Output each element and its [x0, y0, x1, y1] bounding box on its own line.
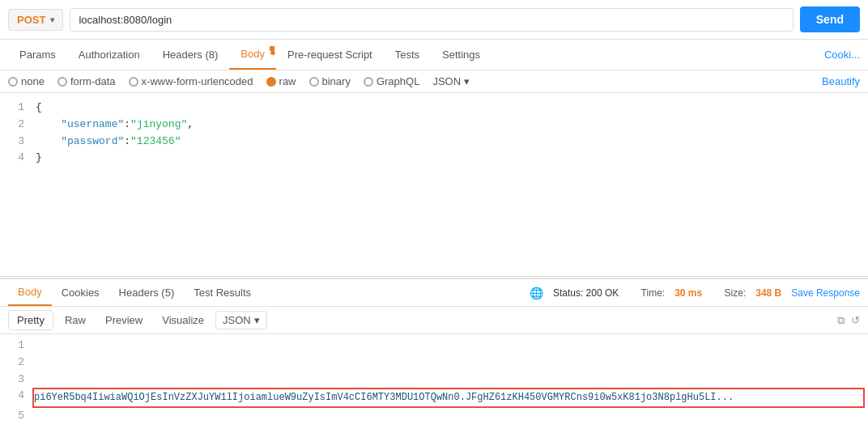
opt-form-data[interactable]: form-data [57, 75, 116, 87]
send-button[interactable]: Send [800, 6, 860, 32]
response-section: Body Cookies Headers (5) Test Results 🌐 … [0, 279, 868, 429]
opt-none[interactable]: none [8, 75, 45, 87]
tab-settings[interactable]: Settings [431, 40, 491, 69]
resp-line-4: 4 pi6YeR5bq4IiwiaWQiOjEsInVzZXJuYW1lIjoi… [0, 388, 868, 408]
opt-graphql[interactable]: GraphQL [364, 75, 419, 87]
pretty-tab-raw[interactable]: Raw [57, 311, 94, 329]
json-type-select[interactable]: JSON ▾ [432, 75, 470, 87]
tab-params[interactable]: Params [8, 40, 67, 69]
response-size-label: Size: [725, 287, 747, 299]
code-line-1: 1 { [0, 100, 868, 117]
tab-body[interactable]: Body ● [229, 40, 276, 70]
code-line-2: 2 "username":"jinyong", [0, 117, 868, 134]
resp-toolbar-right: ⧉ ↺ [837, 314, 860, 327]
save-response-link[interactable]: Save Response [791, 287, 860, 299]
globe-icon: 🌐 [530, 287, 543, 299]
response-tabs-row: Body Cookies Headers (5) Test Results 🌐 … [0, 279, 868, 307]
url-bar: POST ▾ Send [0, 0, 868, 40]
tab-authorization[interactable]: Authorization [67, 40, 151, 69]
tab-tests[interactable]: Tests [384, 40, 431, 69]
copy-icon[interactable]: ⧉ [837, 314, 845, 327]
pretty-tabs-row: Pretty Raw Preview Visualize JSON ▾ ⧉ ↺ [0, 307, 868, 334]
response-size-value: 348 B [755, 287, 781, 299]
method-label: POST [17, 14, 45, 26]
resp-tab-test-results[interactable]: Test Results [184, 280, 261, 305]
cookies-link[interactable]: Cooki... [824, 40, 860, 69]
tab-pre-request[interactable]: Pre-request Script [276, 40, 384, 69]
radio-binary[interactable] [309, 77, 319, 87]
response-body-viewer[interactable]: 1 2 3 4 pi6YeR5bq4IiwiaWQiOjEsInVzZXJuYW… [0, 334, 868, 429]
method-chevron: ▾ [50, 15, 54, 24]
code-line-4: 4 } [0, 150, 868, 167]
request-body-editor[interactable]: 1 { 2 "username":"jinyong", 3 "password"… [0, 93, 868, 276]
opt-raw[interactable]: raw [266, 75, 296, 87]
resp-line-1: 1 [0, 338, 868, 355]
radio-urlencoded[interactable] [129, 77, 138, 87]
radio-raw[interactable] [266, 77, 276, 87]
response-status: Status: 200 OK [553, 287, 619, 299]
resp-tab-headers[interactable]: Headers (5) [109, 280, 185, 305]
nav-tabs: Params Authorization Headers (8) Body ● … [0, 40, 868, 70]
tab-headers[interactable]: Headers (8) [151, 40, 230, 69]
response-time-value: 30 ms [674, 287, 702, 299]
pretty-tab-visualize[interactable]: Visualize [154, 311, 212, 329]
pretty-tab-pretty[interactable]: Pretty [8, 310, 53, 330]
resp-json-select[interactable]: JSON ▾ [215, 311, 267, 329]
radio-none[interactable] [8, 77, 18, 87]
resp-tab-cookies[interactable]: Cookies [52, 280, 109, 305]
resp-line-5: 5 [0, 408, 868, 425]
response-meta: 🌐 Status: 200 OK Time: 30 ms Size: 348 B… [530, 287, 860, 299]
radio-graphql[interactable] [364, 77, 373, 87]
response-time-label: Time: [641, 287, 666, 299]
body-dot: ● [270, 46, 274, 51]
radio-form-data[interactable] [57, 77, 67, 87]
opt-binary[interactable]: binary [309, 75, 351, 87]
beautify-link[interactable]: Beautify [822, 75, 860, 87]
pretty-tab-preview[interactable]: Preview [97, 311, 151, 329]
clear-icon[interactable]: ↺ [851, 314, 860, 327]
jwt-token: pi6YeR5bq4IiwiaWQiOjEsInVzZXJuYW1lIjoiam… [34, 392, 734, 403]
code-line-3: 3 "password":"123456" [0, 134, 868, 151]
resp-line-3: 3 [0, 372, 868, 389]
resp-tab-body[interactable]: Body [8, 279, 52, 306]
resp-line-2: 2 [0, 355, 868, 372]
body-options: none form-data x-www-form-urlencoded raw… [0, 70, 868, 93]
method-select[interactable]: POST ▾ [8, 9, 63, 31]
opt-urlencoded[interactable]: x-www-form-urlencoded [129, 75, 253, 87]
url-input[interactable] [70, 8, 793, 32]
